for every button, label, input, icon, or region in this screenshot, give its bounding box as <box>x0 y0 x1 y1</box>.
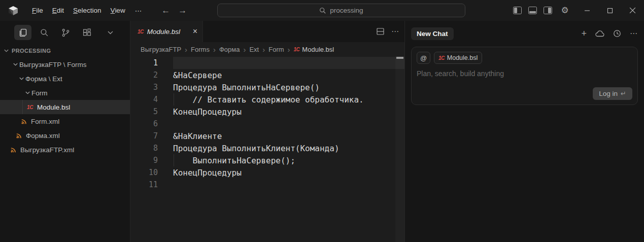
command-search-input[interactable]: processing <box>217 4 465 17</box>
extensions-view-button[interactable] <box>78 25 95 40</box>
chat-tab-new-chat[interactable]: New Chat <box>411 27 454 40</box>
chevron-down-icon <box>23 91 31 94</box>
code-line[interactable]: 11 <box>130 179 404 191</box>
line-number: 5 <box>130 107 158 116</box>
editor-group: 1С Module.bsl × ⋯ ВыгрузкаFTP › Forms › … <box>130 21 404 242</box>
code-line[interactable]: 4 // Вставить содержимое обработчика. <box>130 93 404 106</box>
chat-more-actions-button[interactable]: ⋯ <box>630 29 638 38</box>
search-icon <box>319 7 326 14</box>
line-number: 3 <box>130 83 158 92</box>
tree-file-form-xml[interactable]: Form.xml <box>0 114 130 128</box>
code-line[interactable]: 7&НаКлиенте <box>130 130 404 142</box>
source-control-branch-icon <box>61 28 70 37</box>
code-line[interactable]: 3Процедура ВыполнитьНаСервере() <box>130 81 404 93</box>
line-text: &НаСервере <box>173 71 222 80</box>
breadcrumb-item[interactable]: Форма <box>219 46 240 53</box>
split-editor-button[interactable] <box>377 28 384 35</box>
history-button[interactable] <box>613 29 621 38</box>
bsl-1c-file-icon: 1С <box>138 29 144 34</box>
toggle-primary-sidebar-button[interactable] <box>510 3 525 18</box>
breadcrumb-item[interactable]: Forms <box>191 46 210 53</box>
chat-input-placeholder[interactable]: Plan, search, build anything <box>417 70 632 78</box>
add-context-button[interactable]: @ <box>417 52 430 64</box>
tree-item-label: Form.xml <box>31 118 59 125</box>
app-window: File Edit Selection View ⋯ ← → processin… <box>0 0 644 242</box>
line-number: 11 <box>130 180 158 189</box>
code-line[interactable]: 9 ВыполнитьНаСервере(); <box>130 154 404 166</box>
menu-view[interactable]: View <box>106 5 130 17</box>
source-control-view-button[interactable] <box>57 25 74 40</box>
tree-file-forma-xml[interactable]: Форма.xml <box>0 128 130 143</box>
breadcrumb-separator: › <box>288 45 290 54</box>
breadcrumb-item[interactable]: Ext <box>249 46 259 53</box>
new-chat-button[interactable]: + <box>581 29 587 38</box>
code-line[interactable]: 8Процедура ВыполнитьКлиент(Команда) <box>130 142 404 154</box>
tab-bar: 1С Module.bsl × ⋯ <box>130 21 404 42</box>
tree-folder-forma-ext[interactable]: Форма \ Ext <box>0 72 130 86</box>
maximize-button[interactable] <box>598 0 621 21</box>
settings-gear-button[interactable]: ⚙ <box>557 3 572 18</box>
tree-item-label: ВыгрузкаFTP.xml <box>20 146 74 154</box>
menu-more-button[interactable]: ⋯ <box>130 5 148 17</box>
line-number: 4 <box>130 95 158 104</box>
tree-item-label: Форма \ Ext <box>25 75 62 83</box>
more-views-chevron-button[interactable] <box>101 25 119 40</box>
chat-input-card[interactable]: @ 1С Module.bsl Plan, search, build anyt… <box>411 47 638 105</box>
indent-guide <box>22 100 23 114</box>
navigate-forward-button[interactable]: → <box>178 6 187 16</box>
cloud-button[interactable] <box>595 30 604 37</box>
overview-cursor-marker <box>396 57 403 59</box>
tree-file-vygruzkaftp-xml[interactable]: ВыгрузкаFTP.xml <box>0 143 130 157</box>
login-label: Log in <box>599 90 618 97</box>
editor-more-actions-button[interactable]: ⋯ <box>391 27 399 36</box>
tree-folder-form[interactable]: Form <box>0 86 130 100</box>
breadcrumb-separator: › <box>185 45 187 54</box>
code-editor[interactable]: 1 2&НаСервере 3Процедура ВыполнитьНаСерв… <box>130 56 404 242</box>
code-line[interactable]: 10КонецПроцедуры <box>130 166 404 179</box>
tree-item-label: ВыгрузкаFTP \ Forms <box>19 61 86 68</box>
app-logo-icon <box>7 5 19 17</box>
code-line[interactable]: 5КонецПроцедуры <box>130 106 404 118</box>
tree-folder-vygruzkaftp-forms[interactable]: ВыгрузкаFTP \ Forms <box>0 57 130 72</box>
line-number: 7 <box>130 131 158 141</box>
breadcrumb-item[interactable]: ВыгрузкаFTP <box>141 46 181 53</box>
tree-file-module-bsl[interactable]: 1С Module.bsl <box>0 100 130 114</box>
tab-close-button[interactable]: × <box>193 27 197 36</box>
search-view-button[interactable] <box>36 25 53 40</box>
editor-scrollbar[interactable] <box>395 56 404 242</box>
breadcrumb-item[interactable]: Form <box>268 46 284 53</box>
breadcrumb-item-current[interactable]: 1С Module.bsl <box>294 46 334 53</box>
explorer-sidebar: PROCESSING ВыгрузкаFTP \ Forms Форма \ E… <box>0 21 130 242</box>
breadcrumb-separator: › <box>213 45 216 54</box>
toggle-panel-button[interactable] <box>525 3 540 18</box>
minimize-button[interactable] <box>575 0 598 21</box>
line-number: 8 <box>130 144 158 153</box>
context-chip-module-bsl[interactable]: 1С Module.bsl <box>434 52 482 64</box>
history-clock-icon <box>613 29 621 38</box>
code-line[interactable]: 6 <box>130 118 404 130</box>
search-value: processing <box>330 7 363 14</box>
navigate-back-button[interactable]: ← <box>161 6 170 16</box>
breadcrumb-separator: › <box>243 45 246 54</box>
menu-edit[interactable]: Edit <box>48 5 69 17</box>
menu-bar: File Edit Selection View ⋯ <box>27 5 147 17</box>
explorer-view-button[interactable] <box>14 25 31 40</box>
login-button[interactable]: Log in ↵ <box>593 87 632 100</box>
chevron-down-icon <box>11 63 19 66</box>
code-line[interactable]: 1 <box>130 57 404 69</box>
chevron-down-icon <box>17 77 25 80</box>
context-chip-label: Module.bsl <box>447 54 478 61</box>
files-icon <box>19 28 27 37</box>
tab-module-bsl[interactable]: 1С Module.bsl × <box>130 21 203 42</box>
line-text: Процедура ВыполнитьНаСервере() <box>173 83 320 92</box>
code-line[interactable]: 2&НаСервере <box>130 69 404 81</box>
breadcrumb-label: Module.bsl <box>302 46 334 53</box>
menu-selection[interactable]: Selection <box>69 5 106 17</box>
explorer-section-header[interactable]: PROCESSING <box>0 44 130 57</box>
close-window-button[interactable] <box>621 0 644 21</box>
line-number: 2 <box>130 71 158 80</box>
bsl-1c-file-icon: 1С <box>25 105 35 110</box>
titlebar: File Edit Selection View ⋯ ← → processin… <box>0 0 644 21</box>
menu-file[interactable]: File <box>27 5 48 17</box>
toggle-secondary-sidebar-button[interactable] <box>540 3 555 18</box>
